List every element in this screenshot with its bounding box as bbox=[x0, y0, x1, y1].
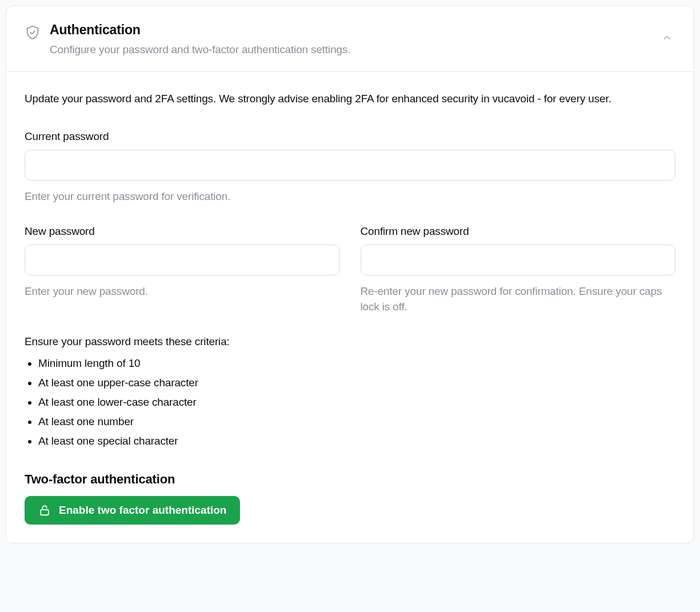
shield-check-icon bbox=[25, 25, 41, 41]
panel-subtitle: Configure your password and two-factor a… bbox=[50, 42, 649, 58]
panel-body: Update your password and 2FA settings. W… bbox=[6, 72, 694, 543]
confirm-password-help: Re-enter your new password for confirmat… bbox=[361, 283, 676, 315]
criteria-list: Minimum length of 10 At least one upper-… bbox=[25, 354, 675, 451]
lock-open-icon bbox=[38, 504, 51, 517]
chevron-up-icon bbox=[662, 33, 672, 43]
criteria-item: Minimum length of 10 bbox=[38, 354, 675, 373]
criteria-item: At least one number bbox=[38, 412, 675, 431]
collapse-toggle[interactable] bbox=[658, 29, 675, 46]
enable-2fa-label: Enable two factor authentication bbox=[59, 504, 226, 517]
criteria-item: At least one lower-case character bbox=[38, 393, 675, 412]
two-factor-heading: Two-factor authentication bbox=[25, 472, 675, 487]
new-password-label: New password bbox=[25, 225, 340, 238]
criteria-item: At least one special character bbox=[38, 431, 675, 451]
current-password-help: Enter your current password for verifica… bbox=[25, 189, 675, 205]
current-password-input[interactable] bbox=[25, 150, 675, 181]
current-password-label: Current password bbox=[25, 130, 675, 143]
password-criteria: Ensure your password meets these criteri… bbox=[25, 335, 675, 451]
enable-2fa-button[interactable]: Enable two factor authentication bbox=[25, 496, 240, 525]
new-password-input[interactable] bbox=[25, 245, 340, 275]
panel-header[interactable]: Authentication Configure your password a… bbox=[6, 6, 694, 72]
criteria-item: At least one upper-case character bbox=[38, 373, 675, 393]
confirm-password-label: Confirm new password bbox=[361, 225, 676, 238]
confirm-password-input[interactable] bbox=[361, 245, 676, 275]
new-password-help: Enter your new password. bbox=[25, 283, 340, 299]
confirm-password-field: Confirm new password Re-enter your new p… bbox=[361, 225, 676, 315]
current-password-field: Current password Enter your current pass… bbox=[25, 130, 675, 205]
svg-rect-0 bbox=[41, 510, 49, 515]
authentication-panel: Authentication Configure your password a… bbox=[6, 6, 694, 543]
criteria-title: Ensure your password meets these criteri… bbox=[25, 335, 675, 348]
new-password-field: New password Enter your new password. bbox=[25, 225, 340, 315]
intro-text: Update your password and 2FA settings. W… bbox=[25, 90, 675, 107]
panel-title: Authentication bbox=[50, 22, 649, 38]
